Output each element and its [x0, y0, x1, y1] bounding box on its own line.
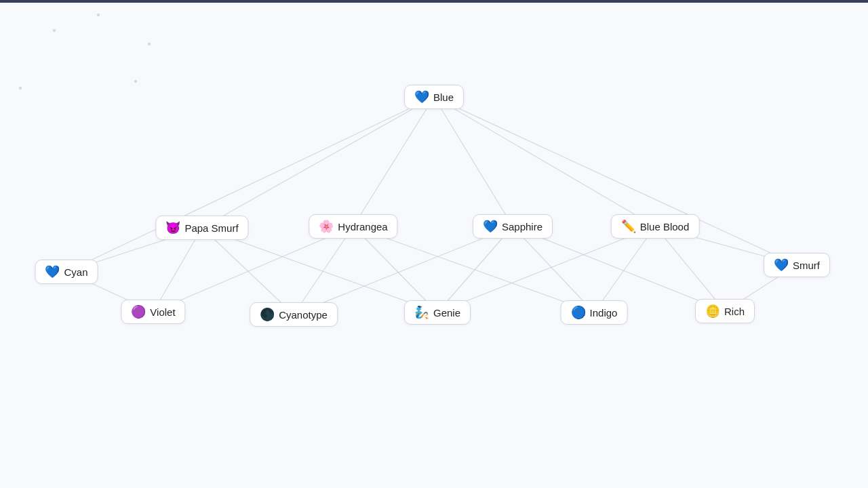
- node-indigo[interactable]: 🔵Indigo: [561, 300, 628, 325]
- node-icon-smurf: 💙: [774, 259, 789, 271]
- svg-point-0: [53, 29, 56, 32]
- svg-line-97: [437, 226, 655, 312]
- node-blue[interactable]: 💙Blue: [404, 85, 464, 109]
- node-label-smurf: Smurf: [793, 260, 820, 271]
- svg-line-98: [594, 226, 655, 312]
- node-label-papaSmurf: Papa Smurf: [184, 222, 238, 234]
- node-label-genie: Genie: [433, 307, 460, 319]
- svg-line-83: [66, 97, 434, 272]
- svg-line-91: [353, 226, 437, 312]
- node-label-cyanotype: Cyanotype: [279, 309, 328, 321]
- svg-line-82: [434, 97, 655, 226]
- node-label-blueBlood: Blue Blood: [640, 221, 690, 232]
- node-icon-cyanotype: 🌑: [260, 308, 275, 321]
- node-sapphire[interactable]: 💙Sapphire: [473, 214, 553, 239]
- svg-line-84: [434, 97, 797, 265]
- svg-point-20: [134, 80, 137, 83]
- svg-line-81: [434, 97, 513, 226]
- svg-line-94: [437, 226, 513, 312]
- node-icon-sapphire: 💙: [483, 220, 498, 232]
- node-genie[interactable]: 🧞Genie: [404, 300, 471, 325]
- node-label-blue: Blue: [433, 92, 454, 103]
- svg-line-87: [202, 228, 294, 314]
- node-icon-rich: 🪙: [705, 305, 720, 317]
- background-dots: [0, 0, 203, 102]
- node-icon-violet: 🟣: [131, 306, 146, 318]
- svg-line-88: [202, 228, 437, 312]
- node-icon-papaSmurf: 😈: [165, 222, 180, 234]
- svg-point-2: [148, 43, 151, 45]
- node-label-cyan: Cyan: [64, 266, 87, 278]
- node-smurf[interactable]: 💙Smurf: [764, 253, 830, 277]
- node-violet[interactable]: 🟣Violet: [121, 300, 185, 324]
- svg-line-95: [513, 226, 594, 312]
- node-label-indigo: Indigo: [590, 307, 618, 319]
- node-papaSmurf[interactable]: 😈Papa Smurf: [155, 216, 248, 240]
- node-label-sapphire: Sapphire: [502, 221, 542, 232]
- node-icon-indigo: 🔵: [571, 306, 586, 319]
- node-rich[interactable]: 🪙Rich: [695, 299, 755, 323]
- svg-line-92: [353, 226, 594, 312]
- svg-line-96: [513, 226, 725, 311]
- node-label-hydrangea: Hydrangea: [338, 221, 387, 232]
- node-label-violet: Violet: [150, 306, 175, 318]
- node-icon-genie: 🧞: [414, 306, 429, 319]
- svg-line-90: [294, 226, 353, 314]
- node-blueBlood[interactable]: ✏️Blue Blood: [611, 214, 700, 239]
- node-hydrangea[interactable]: 🌸Hydrangea: [309, 214, 397, 239]
- node-cyan[interactable]: 💙Cyan: [35, 260, 98, 284]
- node-icon-hydrangea: 🌸: [319, 220, 334, 232]
- svg-line-93: [294, 226, 513, 314]
- node-cyanotype[interactable]: 🌑Cyanotype: [250, 302, 338, 327]
- node-icon-blueBlood: ✏️: [621, 220, 636, 232]
- node-label-rich: Rich: [724, 306, 745, 317]
- svg-line-79: [202, 97, 434, 228]
- svg-point-1: [97, 14, 100, 16]
- svg-point-18: [19, 87, 22, 89]
- node-icon-blue: 💙: [414, 91, 429, 103]
- svg-line-80: [353, 97, 434, 226]
- top-bar: [0, 0, 868, 3]
- node-icon-cyan: 💙: [45, 266, 60, 278]
- connections-svg: [0, 0, 868, 488]
